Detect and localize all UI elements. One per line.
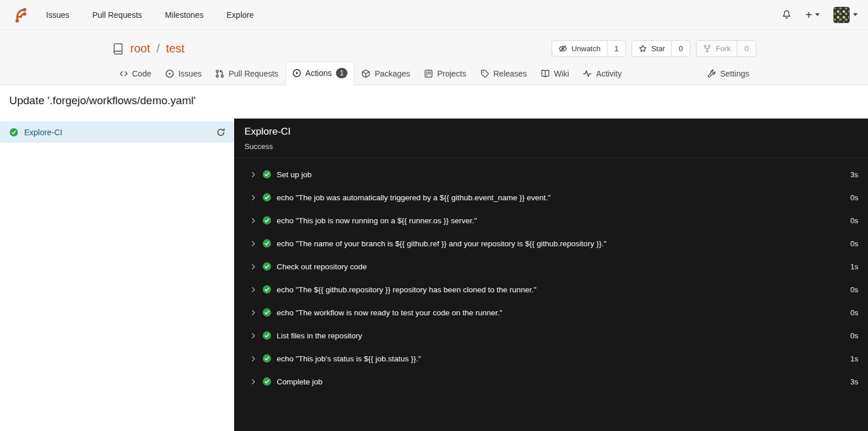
step-row[interactable]: echo "This job's status is ${{ job.statu… <box>234 347 868 370</box>
tab-releases-label: Releases <box>494 69 527 78</box>
step-row[interactable]: Complete job 3s <box>234 370 868 393</box>
forks-count[interactable]: 0 <box>737 41 755 56</box>
job-item-explore-ci[interactable]: Explore-CI <box>0 121 234 143</box>
tab-packages[interactable]: Packages <box>354 63 416 85</box>
chevron-right-icon <box>250 240 257 247</box>
nav-item-milestones[interactable]: Milestones <box>165 10 204 20</box>
forgejo-logo[interactable] <box>10 5 30 25</box>
step-duration: 0s <box>850 216 858 225</box>
rerun-refresh-icon[interactable] <box>216 128 225 137</box>
step-row[interactable]: Set up job 3s <box>234 163 868 186</box>
tag-icon <box>480 69 490 78</box>
chevron-right-icon <box>250 355 257 363</box>
tab-code[interactable]: Code <box>112 63 158 85</box>
fork-icon <box>703 44 712 53</box>
repo-tabs: Code Issues Pull Requests Actions 1 <box>112 62 756 85</box>
step-duration: 0s <box>850 308 858 317</box>
tab-actions[interactable]: Actions 1 <box>285 62 355 85</box>
step-row[interactable]: echo "The ${{ github.repository }} repos… <box>234 278 868 301</box>
star-button[interactable]: Star <box>632 41 671 56</box>
book-open-icon <box>541 69 550 78</box>
code-icon <box>119 69 128 78</box>
unwatch-button[interactable]: Unwatch <box>552 41 607 56</box>
check-circle-icon <box>262 193 272 202</box>
repo-path-separator: / <box>156 42 160 55</box>
step-row[interactable]: echo "The job was automatically triggere… <box>234 186 868 209</box>
nav-item-explore[interactable]: Explore <box>227 10 254 20</box>
caret-down-icon <box>815 13 820 16</box>
wrench-icon <box>707 69 716 78</box>
watchers-count[interactable]: 1 <box>607 41 625 56</box>
tab-actions-label: Actions <box>305 68 332 78</box>
tab-wiki-label: Wiki <box>554 69 569 78</box>
step-row[interactable]: echo "The name of your branch is ${{ git… <box>234 232 868 255</box>
step-name: echo "The job was automatically triggere… <box>277 193 550 202</box>
fork-button[interactable]: Fork <box>697 41 737 56</box>
repo-name-link[interactable]: test <box>166 42 185 55</box>
stars-count[interactable]: 0 <box>671 41 690 56</box>
log-job-status: Success <box>244 142 858 151</box>
check-circle-icon <box>262 331 272 340</box>
step-name: echo "This job is now running on a ${{ r… <box>277 216 477 225</box>
chevron-right-icon <box>250 286 257 293</box>
step-name: List files in the repository <box>277 331 362 340</box>
repo-owner-link[interactable]: root <box>131 42 150 55</box>
step-name: echo "The workflow is now ready to test … <box>277 308 502 317</box>
create-new-menu[interactable]: + <box>805 9 820 21</box>
check-circle-icon <box>262 216 272 225</box>
chevron-right-icon <box>250 378 257 386</box>
step-duration: 0s <box>850 193 858 202</box>
user-menu[interactable] <box>833 7 858 23</box>
chevron-right-icon <box>250 332 257 340</box>
tab-wiki[interactable]: Wiki <box>534 63 576 85</box>
tab-packages-label: Packages <box>374 69 410 78</box>
check-circle-icon <box>262 285 272 294</box>
job-sidebar: Explore-CI <box>0 119 234 431</box>
chevron-right-icon <box>250 171 257 178</box>
actions-count-badge: 1 <box>336 68 348 78</box>
nav-item-issues[interactable]: Issues <box>46 10 69 20</box>
check-circle-icon <box>9 128 18 137</box>
star-button-group: Star 0 <box>632 40 690 57</box>
step-name: echo "The name of your branch is ${{ git… <box>277 239 606 248</box>
chevron-right-icon <box>250 217 257 224</box>
step-row[interactable]: List files in the repository 0s <box>234 324 868 347</box>
step-duration: 0s <box>850 285 858 294</box>
step-row[interactable]: Check out repository code 1s <box>234 255 868 278</box>
tab-activity-label: Activity <box>596 69 621 78</box>
tab-code-label: Code <box>132 69 151 78</box>
nav-item-pull-requests[interactable]: Pull Requests <box>92 10 142 20</box>
job-name: Explore-CI <box>24 128 62 137</box>
tab-issues[interactable]: Issues <box>158 63 208 85</box>
step-duration: 3s <box>850 170 858 179</box>
step-duration: 1s <box>850 262 858 271</box>
step-duration: 0s <box>850 239 858 248</box>
tab-projects[interactable]: Projects <box>417 63 473 85</box>
step-row[interactable]: echo "The workflow is now ready to test … <box>234 301 868 324</box>
nav-links: Issues Pull Requests Milestones Explore <box>46 10 254 20</box>
check-circle-icon <box>262 354 272 363</box>
eye-slash-icon <box>559 44 567 53</box>
topbar-right: + <box>782 7 858 23</box>
step-row[interactable]: echo "This job is now running on a ${{ r… <box>234 209 868 232</box>
tab-settings-label: Settings <box>720 69 750 78</box>
tab-releases[interactable]: Releases <box>473 63 534 85</box>
play-circle-icon <box>292 68 301 78</box>
log-header: Explore-CI Success <box>234 119 868 158</box>
step-duration: 1s <box>850 354 858 363</box>
star-icon <box>638 44 647 53</box>
check-circle-icon <box>262 239 272 248</box>
step-name: echo "The ${{ github.repository }} repos… <box>277 285 537 294</box>
tab-settings[interactable]: Settings <box>700 63 756 85</box>
check-circle-icon <box>262 170 272 179</box>
caret-down-icon <box>853 13 858 16</box>
chevron-right-icon <box>250 309 257 316</box>
run-layout: Explore-CI Explore-CI Success <box>0 119 868 431</box>
tab-pull-requests[interactable]: Pull Requests <box>208 63 285 85</box>
step-name: echo "This job's status is ${{ job.statu… <box>277 354 421 363</box>
notifications-bell-icon[interactable] <box>782 10 791 20</box>
tab-activity[interactable]: Activity <box>576 63 628 85</box>
log-job-name: Explore-CI <box>244 126 858 138</box>
check-circle-icon <box>262 262 272 271</box>
fork-button-group: Fork 0 <box>696 40 756 57</box>
